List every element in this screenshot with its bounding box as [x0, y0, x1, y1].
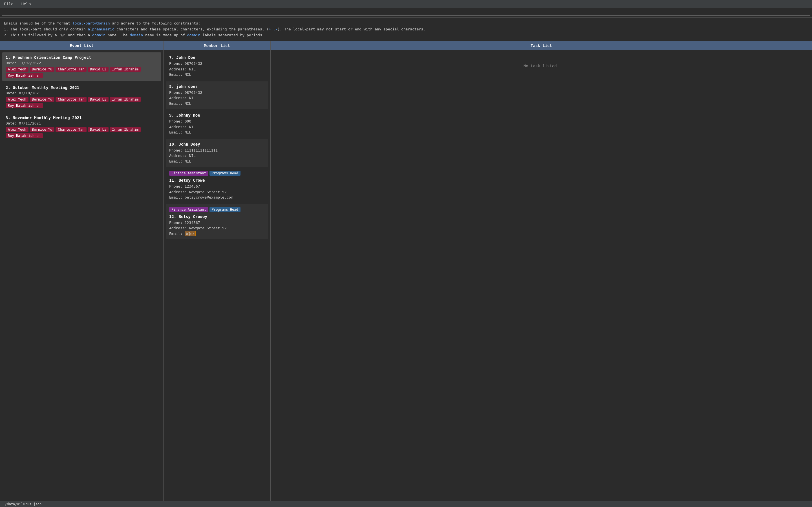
- event-tag: Alex Yeoh: [6, 67, 29, 72]
- menu-bar: File Help: [0, 0, 812, 8]
- member-name: 7. John Doe: [169, 55, 265, 60]
- event-item[interactable]: 3. November Monthly Meeting 2021Date: 07…: [2, 113, 161, 141]
- member-name: 11. Betsy Crowe: [169, 178, 265, 182]
- member-address: Address: NIL: [169, 153, 265, 159]
- command-area: [0, 8, 812, 18]
- event-title: 3. November Monthly Meeting 2021: [6, 115, 158, 120]
- member-name: 8. john does: [169, 84, 265, 89]
- member-address: Address: NIL: [169, 66, 265, 72]
- info-area: Emails should be of the format local-par…: [0, 18, 812, 41]
- event-tag: Irfan Ibrahim: [110, 97, 141, 102]
- member-roles: Finance AssistantPrograms Head: [169, 171, 265, 177]
- member-item: 10. John DoeyPhone: 111111111111111Addre…: [166, 139, 268, 167]
- member-item: Finance AssistantPrograms Head11. Betsy …: [166, 168, 268, 203]
- member-phone: Phone: 000: [169, 119, 265, 124]
- member-panel-header: Member List: [163, 41, 270, 50]
- role-badge: Finance Assistant: [169, 207, 208, 212]
- member-item: 8. john doesPhone: 98765432Address: NILE…: [166, 81, 268, 109]
- event-tags: Alex YeohBernice YuCharlotte TanDavid Li…: [6, 97, 158, 108]
- role-badge: Finance Assistant: [169, 171, 208, 176]
- event-title: 1. Freshmen Orientation Camp Project: [6, 55, 158, 60]
- event-tag: Alex Yeoh: [6, 97, 29, 102]
- event-tag: David Li: [88, 127, 109, 132]
- member-name: 12. Betsy Crowey: [169, 214, 265, 219]
- event-item[interactable]: 1. Freshmen Orientation Camp ProjectDate…: [2, 52, 161, 81]
- event-tag: Bernice Yu: [30, 127, 54, 132]
- member-item: 9. Johnny DoePhone: 000Address: NILEmail…: [166, 110, 268, 138]
- event-tag: Roy Balakrishnan: [6, 103, 43, 108]
- event-tag: Bernice Yu: [30, 67, 54, 72]
- task-list: No task listed.: [271, 50, 812, 501]
- member-phone: Phone: 111111111111111: [169, 148, 265, 153]
- event-tag: Irfan Ibrahim: [110, 67, 141, 72]
- command-input[interactable]: [2, 10, 810, 16]
- event-tag: David Li: [88, 67, 109, 72]
- event-item[interactable]: 2. October Monthly Meeting 2021Date: 03/…: [2, 82, 161, 111]
- event-tag: Charlotte Tan: [56, 127, 87, 132]
- menu-help[interactable]: Help: [20, 1, 33, 7]
- info-line1: Emails should be of the format local-par…: [4, 20, 808, 26]
- member-phone: Phone: 98765432: [169, 90, 265, 96]
- role-badge: Programs Head: [209, 207, 241, 212]
- member-email: Email: b@ex: [169, 231, 265, 237]
- event-tag: Alex Yeoh: [6, 127, 29, 132]
- member-email: Email: NIL: [169, 72, 265, 77]
- event-title: 2. October Monthly Meeting 2021: [6, 86, 158, 90]
- member-roles: Finance AssistantPrograms Head: [169, 207, 265, 213]
- event-tag: Roy Balakrishnan: [6, 133, 43, 138]
- event-tag: Irfan Ibrahim: [110, 127, 141, 132]
- email-highlight: b@ex: [185, 231, 196, 236]
- member-email: Email: betsycrowe@example.com: [169, 194, 265, 200]
- member-email: Email: NIL: [169, 101, 265, 107]
- member-name: 9. Johnny Doe: [169, 113, 265, 117]
- no-task-label: No task listed.: [273, 64, 810, 68]
- event-tag: David Li: [88, 97, 109, 102]
- event-tag: Roy Balakrishnan: [6, 73, 43, 78]
- event-panel: Event List 1. Freshmen Orientation Camp …: [0, 41, 163, 501]
- member-panel: Member List 7. John DoePhone: 98765432Ad…: [163, 41, 271, 501]
- member-item: 7. John DoePhone: 98765432Address: NILEm…: [166, 52, 268, 80]
- member-phone: Phone: 1234567: [169, 220, 265, 226]
- info-line2: 1. The local-part should only contain al…: [4, 26, 808, 33]
- event-date: Date: 07/11/2021: [6, 121, 158, 125]
- event-panel-header: Event List: [0, 41, 163, 50]
- event-tag: Bernice Yu: [30, 97, 54, 102]
- event-tags: Alex YeohBernice YuCharlotte TanDavid Li…: [6, 67, 158, 78]
- member-list: 7. John DoePhone: 98765432Address: NILEm…: [163, 50, 270, 501]
- member-email: Email: NIL: [169, 129, 265, 135]
- member-email: Email: NIL: [169, 159, 265, 164]
- event-tag: Charlotte Tan: [56, 67, 87, 72]
- task-panel: Task List No task listed.: [271, 41, 812, 501]
- event-date: Date: 11/07/2022: [6, 61, 158, 65]
- status-bar: ./data/ailurus.json: [0, 501, 812, 507]
- task-panel-header: Task List: [271, 41, 812, 50]
- info-line3: 2. This is followed by a '@' and then a …: [4, 33, 808, 38]
- member-address: Address: NIL: [169, 124, 265, 130]
- member-address: Address: Newgate Street 52: [169, 189, 265, 195]
- member-item: Finance AssistantPrograms Head12. Betsy …: [166, 204, 268, 239]
- main-content: Event List 1. Freshmen Orientation Camp …: [0, 41, 812, 501]
- status-path: ./data/ailurus.json: [3, 502, 42, 506]
- menu-file[interactable]: File: [2, 1, 15, 7]
- member-address: Address: NIL: [169, 95, 265, 101]
- event-list: 1. Freshmen Orientation Camp ProjectDate…: [0, 50, 163, 501]
- event-tags: Alex YeohBernice YuCharlotte TanDavid Li…: [6, 127, 158, 138]
- member-phone: Phone: 1234567: [169, 184, 265, 189]
- event-date: Date: 03/10/2021: [6, 91, 158, 95]
- member-name: 10. John Doey: [169, 142, 265, 147]
- role-badge: Programs Head: [209, 171, 241, 176]
- event-tag: Charlotte Tan: [56, 97, 87, 102]
- member-address: Address: Newgate Street 52: [169, 225, 265, 231]
- member-phone: Phone: 98765432: [169, 61, 265, 66]
